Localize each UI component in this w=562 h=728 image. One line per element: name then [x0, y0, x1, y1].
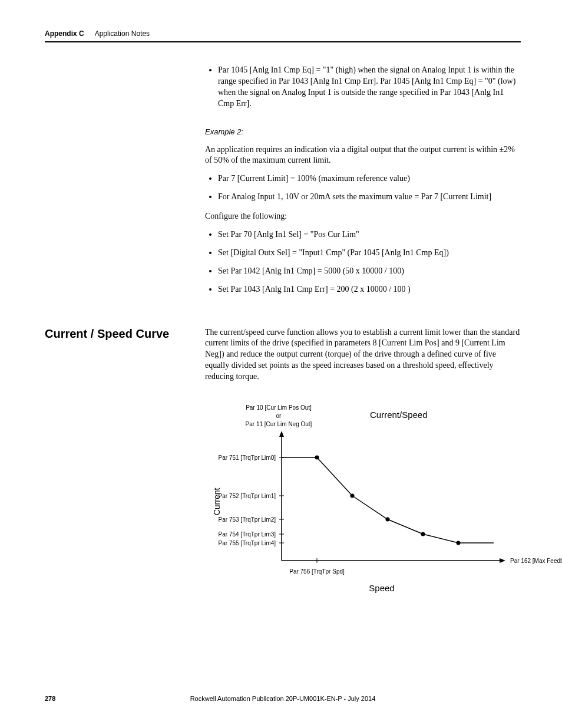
data-point [421, 532, 425, 536]
arrow-up-icon [279, 431, 284, 437]
data-point [457, 541, 461, 545]
page-header: Appendix C Application Notes [45, 29, 521, 42]
arrow-right-icon [500, 558, 505, 563]
ytick-lim2: Par 753 [TrqTpr Lim2] [219, 516, 276, 523]
y-upper-label-1: Par 10 [Cur Lim Pos Out] [246, 404, 312, 411]
xtick-trqspd: Par 756 [TrqTpr Spd] [289, 568, 345, 575]
y-ticks: Par 751 [TrqTpr Lim0] Par 752 [TrqTpr Li… [219, 454, 284, 546]
curve [282, 456, 494, 545]
data-point [386, 518, 390, 522]
section-heading: Current / Speed Curve [45, 327, 205, 390]
example-heading: Example 2: [205, 127, 521, 136]
chart-title: Current/Speed [370, 410, 428, 420]
page-footer: 278 Rockwell Automation Publication 20P-… [45, 695, 521, 702]
bullet-item: Set Par 1042 [Anlg In1 Cmp] = 5000 (50 x… [218, 266, 521, 277]
ytick-lim1: Par 752 [TrqTpr Lim1] [219, 493, 276, 499]
bullet-item: Set Par 70 [Anlg In1 Sel] = "Pos Cur Lim… [218, 229, 521, 241]
ytick-lim3: Par 754 [TrqTpr Lim3] [219, 531, 276, 538]
y-upper-or: or [276, 413, 282, 419]
configure-bullets: Set Par 70 [Anlg In1 Sel] = "Pos Cur Lim… [218, 229, 521, 295]
publication-id: Rockwell Automation Publication 20P-UM00… [45, 695, 521, 702]
bullet-item: For Analog Input 1, 10V or 20mA sets the… [218, 192, 521, 203]
example-bullets: Par 7 [Current Limit] = 100% (maximum re… [218, 173, 521, 203]
bullet-item: Set [Digital Outx Sel] = "Input1 Cmp" (P… [218, 248, 521, 259]
main-content: Par 1045 [Anlg In1 Cmp Eq] = "1" (high) … [205, 65, 521, 295]
y-upper-label-2: Par 11 [Cur Lim Neg Out] [246, 421, 312, 427]
appendix-label: Appendix C [45, 29, 84, 38]
section-paragraph: The current/speed curve function allows … [205, 327, 521, 383]
section-current-speed: Current / Speed Curve The current/speed … [45, 327, 521, 390]
chart-current-speed: Current/Speed Par 10 [Cur Lim Pos Out] o… [205, 401, 521, 598]
data-point [351, 494, 355, 498]
bullet-item: Par 1045 [Anlg In1 Cmp Eq] = "1" (high) … [218, 65, 521, 110]
example-intro: An application requires an indication vi… [205, 144, 521, 167]
ytick-lim4: Par 755 [TrqTpr Lim4] [219, 540, 276, 546]
y-axis-label: Current [212, 488, 222, 516]
data-point [315, 456, 319, 460]
bullet-item: Par 7 [Current Limit] = 100% (maximum re… [218, 173, 521, 185]
ytick-lim0: Par 751 [TrqTpr Lim0] [219, 454, 276, 461]
section-label: Application Notes [95, 29, 150, 38]
bullet-item: Set Par 1043 [Anlg In1 Cmp Err] = 200 (2… [218, 284, 521, 295]
bullet-list-top: Par 1045 [Anlg In1 Cmp Eq] = "1" (high) … [218, 65, 521, 110]
x-max-label: Par 162 [Max Feedback Spd] [510, 558, 562, 564]
configure-label: Configure the following: [205, 211, 521, 222]
x-axis-label: Speed [369, 583, 394, 593]
chart-svg: Current/Speed Par 10 [Cur Lim Pos Out] o… [205, 401, 562, 596]
